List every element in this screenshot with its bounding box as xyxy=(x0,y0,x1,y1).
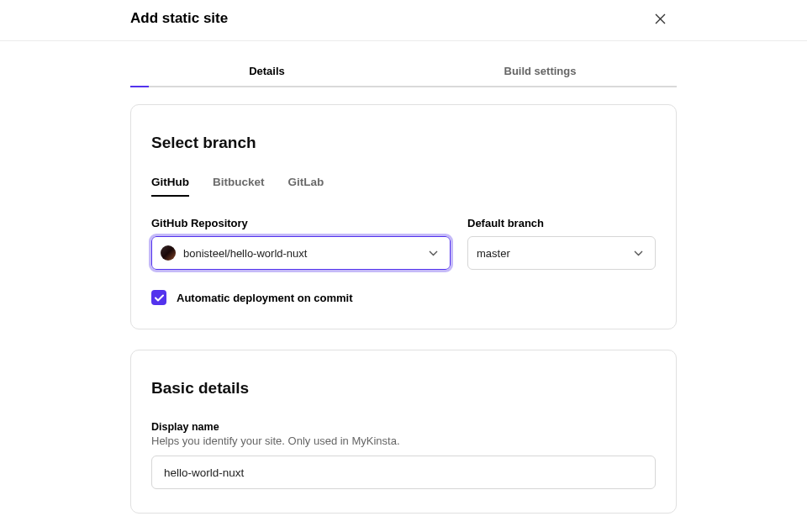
branch-label: Default branch xyxy=(467,217,656,229)
auto-deploy-row: Automatic deployment on commit xyxy=(151,290,656,305)
repo-field-group: GitHub Repository bonisteel/hello-world-… xyxy=(151,217,451,270)
provider-tab-github[interactable]: GitHub xyxy=(151,176,189,197)
provider-tab-bitbucket[interactable]: Bitbucket xyxy=(213,176,265,197)
branch-value: master xyxy=(477,247,510,260)
close-icon[interactable] xyxy=(653,12,667,25)
tab-details[interactable]: Details xyxy=(130,65,404,86)
tabs: Details Build settings xyxy=(130,65,677,87)
tab-progress-indicator xyxy=(130,86,149,87)
page-title: Add static site xyxy=(130,10,228,27)
basic-details-card: Basic details Display name Helps you ide… xyxy=(130,350,677,514)
provider-tabs: GitHub Bitbucket GitLab xyxy=(151,176,656,197)
repo-label: GitHub Repository xyxy=(151,217,451,229)
branch-fields: GitHub Repository bonisteel/hello-world-… xyxy=(151,217,656,270)
auto-deploy-checkbox[interactable] xyxy=(151,290,166,305)
provider-tab-gitlab[interactable]: GitLab xyxy=(288,176,324,197)
chevron-down-icon xyxy=(429,250,438,256)
content: Details Build settings Select branch Git… xyxy=(0,41,807,514)
repo-select[interactable]: bonisteel/hello-world-nuxt xyxy=(151,236,451,270)
select-branch-card: Select branch GitHub Bitbucket GitLab Gi… xyxy=(130,104,677,329)
display-name-label: Display name xyxy=(151,421,656,433)
display-name-hint: Helps you identify your site. Only used … xyxy=(151,435,656,447)
select-branch-title: Select branch xyxy=(151,134,656,152)
tab-build-settings[interactable]: Build settings xyxy=(404,65,677,86)
page-header: Add static site xyxy=(0,0,807,41)
chevron-down-icon xyxy=(634,250,643,256)
branch-select[interactable]: master xyxy=(467,236,656,270)
auto-deploy-label: Automatic deployment on commit xyxy=(177,292,352,304)
repo-value: bonisteel/hello-world-nuxt xyxy=(183,247,307,260)
basic-details-title: Basic details xyxy=(151,379,656,398)
branch-field-group: Default branch master xyxy=(467,217,656,270)
avatar xyxy=(161,245,176,261)
display-name-input[interactable] xyxy=(151,456,656,489)
